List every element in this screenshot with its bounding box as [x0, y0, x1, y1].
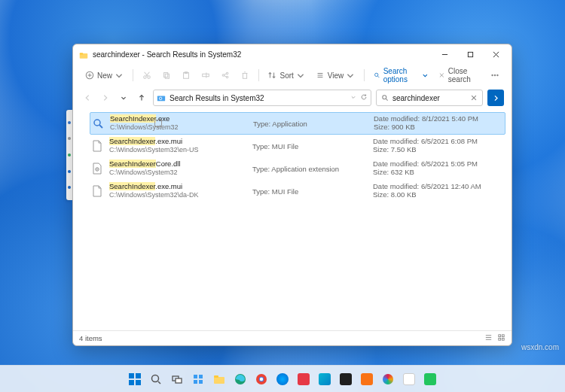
app-icon-8[interactable] — [422, 371, 438, 387]
file-name: SearchIndexer.exe.mui — [109, 183, 252, 191]
file-icon — [92, 117, 104, 129]
app-icon-4[interactable] — [337, 371, 354, 387]
chevron-down-icon — [296, 71, 305, 80]
svg-point-36 — [492, 74, 493, 75]
details-view-icon[interactable] — [480, 333, 493, 343]
svg-rect-60 — [136, 380, 141, 385]
maximize-button[interactable] — [457, 44, 483, 64]
file-icon — [91, 185, 103, 197]
chrome-icon[interactable] — [253, 371, 270, 387]
sort-button[interactable]: Sort — [263, 67, 309, 84]
result-row[interactable]: SearchIndexer.exeC:\Windows\System32Type… — [90, 112, 505, 135]
folder-icon — [79, 50, 88, 59]
thumbnails-view-icon[interactable] — [493, 333, 505, 343]
svg-rect-66 — [199, 375, 203, 378]
item-count: 4 items — [79, 334, 102, 342]
task-view-icon[interactable] — [169, 371, 185, 387]
app-icon-5[interactable] — [359, 371, 375, 387]
recent-locations-button[interactable] — [117, 91, 130, 105]
app-icon-2[interactable] — [295, 371, 312, 387]
app-icon-1[interactable] — [274, 371, 291, 387]
minimize-button[interactable] — [432, 44, 457, 64]
share-button — [216, 67, 234, 84]
svg-rect-13 — [163, 73, 167, 77]
close-search-button[interactable]: Close search — [434, 67, 484, 84]
titlebar[interactable]: searchindexer - Search Results in System… — [73, 44, 512, 64]
app-icon-7[interactable] — [401, 371, 417, 387]
file-type: Type: Application — [253, 120, 374, 128]
svg-rect-69 — [214, 377, 224, 384]
forward-button — [99, 91, 112, 105]
svg-rect-65 — [194, 375, 197, 378]
file-explorer-window: searchindexer - Search Results in System… — [72, 44, 512, 346]
result-row[interactable]: SearchIndexer.exe.muiC:\Windows\System32… — [90, 180, 505, 202]
file-type: Type: MUI File — [252, 142, 373, 150]
address-bar[interactable]: Search Results in System32 — [153, 90, 371, 106]
svg-point-61 — [152, 375, 159, 381]
paste-button — [177, 67, 195, 84]
select-all-checkbox[interactable] — [154, 120, 162, 127]
svg-rect-54 — [502, 335, 504, 337]
address-text: Search Results in System32 — [170, 94, 350, 102]
chevron-down-icon — [115, 71, 124, 80]
search-options-button[interactable]: Search options — [369, 67, 432, 84]
svg-line-33 — [378, 76, 380, 77]
file-path: C:\Windows\System32 — [109, 169, 252, 176]
app-icon-3[interactable] — [316, 371, 333, 387]
refresh-button[interactable] — [360, 93, 368, 102]
close-button[interactable] — [483, 44, 508, 64]
file-name: SearchIndexer.exe.mui — [109, 138, 252, 146]
chevron-down-icon — [346, 71, 355, 80]
result-row[interactable]: SearchIndexerCore.dllC:\Windows\System32… — [90, 157, 505, 180]
svg-point-32 — [375, 73, 378, 76]
svg-rect-1 — [80, 53, 84, 54]
clear-search-icon[interactable] — [470, 94, 478, 102]
search-box[interactable]: searchindexer — [376, 90, 483, 106]
rename-button — [197, 67, 215, 84]
file-size: Size: 8.00 KB — [373, 191, 481, 199]
file-type: Type: MUI File — [252, 187, 373, 196]
svg-rect-24 — [243, 73, 246, 78]
result-row[interactable]: SearchIndexer.exe.muiC:\Windows\System32… — [90, 135, 505, 157]
svg-point-46 — [94, 120, 100, 126]
desktop-side-panel — [66, 110, 72, 200]
svg-rect-56 — [502, 338, 504, 340]
svg-rect-64 — [176, 378, 182, 383]
search-go-button[interactable] — [487, 90, 504, 106]
up-button[interactable] — [135, 91, 148, 105]
toolbar: New Sort View Search options Close — [73, 64, 512, 87]
widgets-icon[interactable] — [190, 371, 206, 387]
window-title: searchindexer - Search Results in System… — [93, 50, 432, 59]
address-bar-row: Search Results in System32 searchindexer — [73, 87, 512, 109]
edge-icon[interactable] — [232, 371, 249, 387]
explorer-taskbar-icon[interactable] — [211, 371, 228, 387]
svg-point-74 — [260, 377, 263, 380]
file-name: SearchIndexer.exe — [110, 115, 253, 123]
file-size: Size: 7.50 KB — [373, 146, 478, 154]
back-button — [81, 91, 94, 105]
new-button[interactable]: New — [81, 67, 128, 84]
status-bar: 4 items — [73, 330, 512, 345]
watermark: wsxdn.com — [521, 343, 559, 351]
taskbar[interactable] — [0, 365, 565, 392]
svg-point-42 — [383, 96, 386, 99]
svg-point-37 — [494, 74, 495, 75]
svg-point-49 — [96, 169, 98, 170]
svg-line-43 — [386, 99, 387, 100]
app-icon-6[interactable] — [380, 371, 396, 387]
file-path: C:\Windows\System32\en-US — [109, 146, 252, 153]
copy-button — [157, 67, 176, 84]
svg-line-47 — [99, 125, 102, 128]
file-type: Type: Application extension — [252, 165, 373, 173]
address-dropdown-icon[interactable] — [350, 93, 357, 102]
view-button[interactable]: View — [311, 67, 360, 84]
file-name: SearchIndexerCore.dll — [109, 160, 252, 169]
more-button[interactable] — [486, 67, 504, 84]
start-button[interactable] — [127, 371, 143, 387]
file-size: Size: 900 KB — [374, 123, 478, 132]
svg-rect-17 — [202, 74, 209, 76]
search-taskbar-icon[interactable] — [148, 371, 164, 387]
search-icon — [381, 94, 389, 102]
svg-line-62 — [158, 381, 160, 384]
cut-button — [138, 67, 156, 84]
